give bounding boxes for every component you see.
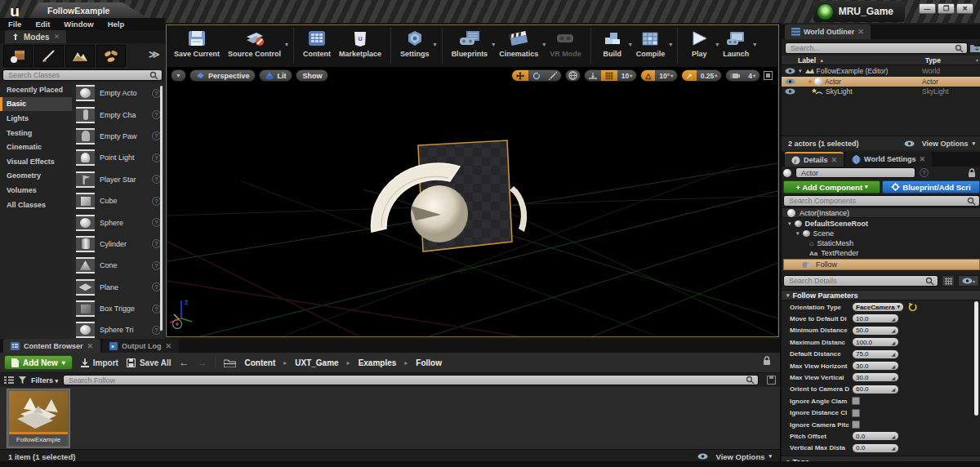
- component-scene[interactable]: ▾ Scene: [796, 229, 834, 238]
- scale-tool-button[interactable]: [545, 70, 561, 81]
- close-icon[interactable]: ✕: [858, 28, 864, 36]
- viewport-scene[interactable]: z: [167, 67, 777, 336]
- visibility-eye-icon[interactable]: [785, 68, 795, 74]
- list-item[interactable]: Box Trigge?: [72, 298, 165, 319]
- actor-name-input[interactable]: [800, 168, 911, 178]
- tab-output-log[interactable]: » Output Log ✕: [102, 339, 179, 353]
- scale-snap-button[interactable]: ↗: [682, 70, 697, 81]
- lock-icon[interactable]: [967, 168, 977, 178]
- column-type[interactable]: Type: [925, 56, 941, 64]
- close-icon[interactable]: ✕: [919, 155, 925, 163]
- expand-arrow-icon[interactable]: ▾: [799, 68, 802, 74]
- translate-tool-button[interactable]: [512, 70, 528, 81]
- component-follow[interactable]: Follow: [783, 259, 980, 270]
- list-item[interactable]: Cylinder?: [72, 234, 165, 255]
- search-classes-input[interactable]: [7, 70, 149, 80]
- expand-arrow-icon[interactable]: ▾: [788, 220, 791, 227]
- outliner-search-input[interactable]: [789, 43, 955, 53]
- checkbox[interactable]: [852, 397, 860, 405]
- number-input[interactable]: 30.0◢: [852, 372, 899, 382]
- component-defaultsceneroot[interactable]: ▾ DefaultSceneRoot: [788, 220, 868, 228]
- breadcrumb-follow[interactable]: Follow: [416, 358, 442, 367]
- list-item[interactable]: Sphere Tri?: [72, 319, 165, 339]
- lock-icon[interactable]: [762, 356, 772, 366]
- category-testing[interactable]: Testing: [0, 126, 72, 140]
- property-matrix-button[interactable]: [942, 275, 955, 287]
- sources-panel-icon[interactable]: [4, 376, 14, 385]
- camera-speed-value[interactable]: 4▾: [744, 70, 760, 81]
- close-icon[interactable]: ✕: [87, 342, 94, 350]
- source-control-button[interactable]: Source Control: [224, 26, 285, 60]
- blueprints-button[interactable]: Blueprints: [448, 26, 492, 60]
- mode-landscape-button[interactable]: [65, 45, 95, 67]
- menu-file[interactable]: File: [8, 20, 21, 29]
- category-visual-effects[interactable]: Visual Effects: [0, 154, 72, 169]
- outliner-row-actor[interactable]: Actor Actor: [782, 77, 980, 87]
- tab-world-settings[interactable]: World Settings ✕: [845, 152, 932, 167]
- level-viewport[interactable]: z ▼ Perspective Lit Show: [167, 67, 777, 336]
- surface-snap-button[interactable]: [585, 70, 601, 81]
- component-staticmesh[interactable]: ⌂ StaticMesh: [809, 239, 853, 247]
- number-input[interactable]: 10.0◢: [852, 314, 899, 323]
- rotate-tool-button[interactable]: [528, 70, 545, 81]
- back-arrow-icon[interactable]: ←: [179, 357, 189, 368]
- outliner-search-box[interactable]: [785, 42, 968, 54]
- save-current-button[interactable]: Save Current: [170, 26, 224, 60]
- maximize-viewport-icon[interactable]: [764, 71, 773, 80]
- number-input[interactable]: 60.0◢: [852, 385, 899, 394]
- actor-name-box[interactable]: [795, 167, 915, 178]
- asset-followexample[interactable]: FollowExample: [7, 389, 70, 448]
- visibility-eye-icon[interactable]: [785, 78, 795, 85]
- search-components-input[interactable]: [787, 196, 967, 206]
- list-item[interactable]: Empty Cha?: [72, 104, 165, 125]
- actor-instance-row[interactable]: Actor(Instance): [782, 207, 980, 218]
- outliner-view-options-button[interactable]: View Options▾: [901, 140, 975, 148]
- new-folder-icon[interactable]: +: [970, 43, 980, 52]
- content-view-options-button[interactable]: View Options▾: [694, 452, 772, 461]
- content-search-input[interactable]: [67, 376, 746, 385]
- search-classes-box[interactable]: [2, 69, 163, 81]
- save-search-icon[interactable]: [767, 376, 776, 385]
- details-view-options-button[interactable]: ▾: [958, 275, 979, 287]
- grid-snap-button[interactable]: [601, 70, 617, 81]
- add-new-button[interactable]: Add New▾: [4, 355, 73, 370]
- list-item[interactable]: Cone?: [72, 255, 165, 276]
- close-icon[interactable]: ✕: [166, 342, 172, 350]
- tab-content-browser[interactable]: Content Browser ✕: [3, 339, 100, 353]
- list-item[interactable]: Player Star?: [72, 169, 165, 190]
- outliner-row-skylight[interactable]: SkyLight SkyLight: [782, 87, 980, 97]
- category-cinematic[interactable]: Cinematic: [0, 140, 72, 154]
- import-button[interactable]: Import: [81, 358, 118, 367]
- scale-snap-value[interactable]: 0.25▾: [697, 70, 722, 81]
- list-item[interactable]: Point Light?: [72, 147, 165, 168]
- content-search-box[interactable]: [63, 375, 759, 385]
- world-space-button[interactable]: [565, 69, 581, 82]
- content-button[interactable]: Content: [299, 26, 335, 60]
- settings-button[interactable]: Settings: [396, 26, 434, 60]
- filters-button[interactable]: Filters ▾: [31, 376, 58, 385]
- checkbox[interactable]: [852, 409, 860, 417]
- breadcrumb-content[interactable]: Content: [244, 358, 275, 367]
- category-recently-placed[interactable]: Recently Placed: [0, 82, 72, 97]
- forward-arrow-icon[interactable]: →: [197, 357, 207, 368]
- build-button[interactable]: Build: [596, 26, 629, 60]
- viewport-options-button[interactable]: ▼: [171, 69, 186, 82]
- asset-grid[interactable]: FollowExample: [0, 387, 780, 449]
- list-item[interactable]: Cube?: [72, 190, 165, 211]
- number-input[interactable]: 30.0◢: [852, 361, 899, 371]
- number-input[interactable]: 75.0◢: [852, 349, 899, 359]
- marketplace-button[interactable]: u Marketplace: [335, 26, 385, 60]
- grid-snap-value[interactable]: 10▾: [617, 70, 636, 81]
- category-lights[interactable]: Lights: [0, 111, 72, 126]
- search-components-box[interactable]: [783, 195, 980, 207]
- save-all-button[interactable]: Save All: [127, 358, 172, 367]
- show-flags-button[interactable]: Show: [296, 69, 328, 82]
- checkbox[interactable]: [852, 420, 860, 429]
- tab-world-outliner[interactable]: World Outliner ✕: [785, 24, 871, 39]
- modes-tab[interactable]: Modes ✕: [5, 30, 66, 43]
- compile-dropdown-icon[interactable]: ▾: [669, 41, 672, 48]
- cinematics-button[interactable]: Cinematics: [495, 26, 542, 60]
- view-mode-button[interactable]: Lit: [259, 69, 292, 82]
- number-input[interactable]: 0.0◢: [852, 431, 899, 441]
- modes-expand-chevron-icon[interactable]: ≫: [149, 48, 160, 60]
